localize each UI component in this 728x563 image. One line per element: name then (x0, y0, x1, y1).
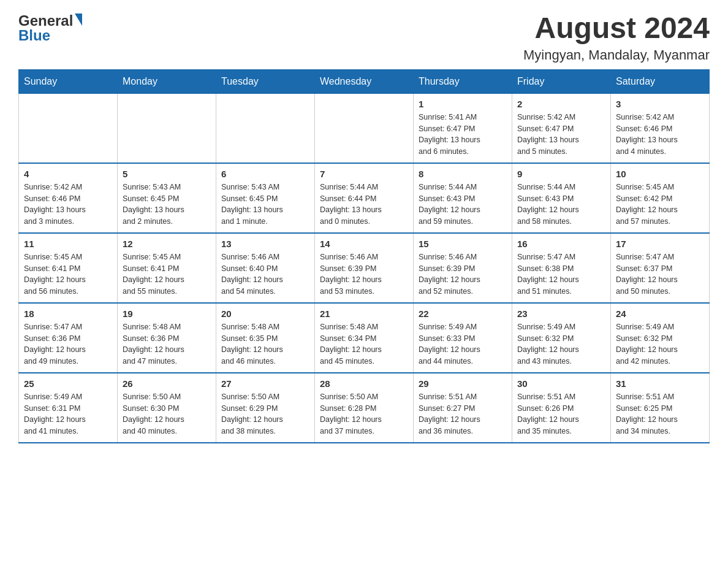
day-info: Sunrise: 5:48 AM Sunset: 6:34 PM Dayligh… (320, 321, 408, 367)
day-info: Sunrise: 5:43 AM Sunset: 6:45 PM Dayligh… (123, 182, 211, 228)
calendar-cell: 9Sunrise: 5:44 AM Sunset: 6:43 PM Daylig… (512, 163, 611, 233)
calendar-week-row: 4Sunrise: 5:42 AM Sunset: 6:46 PM Daylig… (19, 163, 710, 233)
calendar-cell: 25Sunrise: 5:49 AM Sunset: 6:31 PM Dayli… (19, 373, 118, 443)
day-info: Sunrise: 5:49 AM Sunset: 6:32 PM Dayligh… (616, 321, 704, 367)
calendar-cell: 24Sunrise: 5:49 AM Sunset: 6:32 PM Dayli… (611, 303, 710, 373)
day-info: Sunrise: 5:51 AM Sunset: 6:25 PM Dayligh… (616, 391, 704, 437)
calendar-cell: 13Sunrise: 5:46 AM Sunset: 6:40 PM Dayli… (216, 233, 315, 303)
calendar-cell: 22Sunrise: 5:49 AM Sunset: 6:33 PM Dayli… (414, 303, 512, 373)
day-number: 3 (616, 99, 704, 109)
header: General Blue August 2024 Myingyan, Manda… (18, 12, 710, 63)
calendar-cell: 2Sunrise: 5:42 AM Sunset: 6:47 PM Daylig… (512, 93, 611, 163)
day-number: 9 (517, 169, 605, 179)
day-info: Sunrise: 5:47 AM Sunset: 6:36 PM Dayligh… (24, 321, 112, 367)
day-number: 29 (419, 378, 507, 389)
calendar-cell: 4Sunrise: 5:42 AM Sunset: 6:46 PM Daylig… (19, 163, 118, 233)
day-info: Sunrise: 5:51 AM Sunset: 6:27 PM Dayligh… (419, 391, 507, 437)
calendar-cell: 28Sunrise: 5:50 AM Sunset: 6:28 PM Dayli… (315, 373, 414, 443)
day-number: 14 (320, 239, 408, 249)
day-number: 27 (221, 378, 309, 389)
day-number: 24 (616, 308, 704, 319)
calendar-cell (19, 93, 118, 163)
calendar-cell: 30Sunrise: 5:51 AM Sunset: 6:26 PM Dayli… (512, 373, 611, 443)
day-info: Sunrise: 5:45 AM Sunset: 6:42 PM Dayligh… (616, 182, 704, 228)
calendar-cell: 20Sunrise: 5:48 AM Sunset: 6:35 PM Dayli… (216, 303, 315, 373)
day-number: 6 (221, 169, 309, 179)
day-number: 4 (24, 169, 112, 179)
calendar-week-row: 11Sunrise: 5:45 AM Sunset: 6:41 PM Dayli… (19, 233, 710, 303)
calendar-cell: 29Sunrise: 5:51 AM Sunset: 6:27 PM Dayli… (414, 373, 512, 443)
day-number: 30 (517, 378, 605, 389)
day-info: Sunrise: 5:44 AM Sunset: 6:43 PM Dayligh… (517, 182, 605, 228)
day-info: Sunrise: 5:48 AM Sunset: 6:36 PM Dayligh… (123, 321, 211, 367)
calendar-week-row: 1Sunrise: 5:41 AM Sunset: 6:47 PM Daylig… (19, 93, 710, 163)
day-info: Sunrise: 5:43 AM Sunset: 6:45 PM Dayligh… (221, 182, 309, 228)
day-number: 16 (517, 239, 605, 249)
day-info: Sunrise: 5:48 AM Sunset: 6:35 PM Dayligh… (221, 321, 309, 367)
day-info: Sunrise: 5:50 AM Sunset: 6:30 PM Dayligh… (123, 391, 211, 437)
logo: General Blue (18, 12, 82, 44)
day-of-week-header: Thursday (414, 69, 512, 93)
calendar-cell: 8Sunrise: 5:44 AM Sunset: 6:43 PM Daylig… (414, 163, 512, 233)
day-info: Sunrise: 5:46 AM Sunset: 6:40 PM Dayligh… (221, 251, 309, 297)
day-number: 15 (419, 239, 507, 249)
day-info: Sunrise: 5:44 AM Sunset: 6:44 PM Dayligh… (320, 182, 408, 228)
day-number: 20 (221, 308, 309, 319)
day-number: 17 (616, 239, 704, 249)
title-area: August 2024 Myingyan, Mandalay, Myanmar (523, 12, 710, 63)
calendar-cell: 19Sunrise: 5:48 AM Sunset: 6:36 PM Dayli… (118, 303, 216, 373)
calendar-cell: 1Sunrise: 5:41 AM Sunset: 6:47 PM Daylig… (414, 93, 512, 163)
day-info: Sunrise: 5:50 AM Sunset: 6:29 PM Dayligh… (221, 391, 309, 437)
location-title: Myingyan, Mandalay, Myanmar (523, 47, 710, 63)
calendar-cell: 14Sunrise: 5:46 AM Sunset: 6:39 PM Dayli… (315, 233, 414, 303)
day-info: Sunrise: 5:51 AM Sunset: 6:26 PM Dayligh… (517, 391, 605, 437)
day-info: Sunrise: 5:46 AM Sunset: 6:39 PM Dayligh… (419, 251, 507, 297)
day-of-week-header: Monday (118, 69, 216, 93)
day-info: Sunrise: 5:50 AM Sunset: 6:28 PM Dayligh… (320, 391, 408, 437)
calendar-cell: 18Sunrise: 5:47 AM Sunset: 6:36 PM Dayli… (19, 303, 118, 373)
day-number: 19 (123, 308, 211, 319)
calendar-cell: 15Sunrise: 5:46 AM Sunset: 6:39 PM Dayli… (414, 233, 512, 303)
calendar-cell: 31Sunrise: 5:51 AM Sunset: 6:25 PM Dayli… (611, 373, 710, 443)
month-title: August 2024 (523, 12, 710, 45)
calendar-cell: 10Sunrise: 5:45 AM Sunset: 6:42 PM Dayli… (611, 163, 710, 233)
calendar-cell: 16Sunrise: 5:47 AM Sunset: 6:38 PM Dayli… (512, 233, 611, 303)
day-number: 23 (517, 308, 605, 319)
day-info: Sunrise: 5:45 AM Sunset: 6:41 PM Dayligh… (123, 251, 211, 297)
calendar-cell: 21Sunrise: 5:48 AM Sunset: 6:34 PM Dayli… (315, 303, 414, 373)
day-of-week-header: Saturday (611, 69, 710, 93)
day-number: 18 (24, 308, 112, 319)
day-info: Sunrise: 5:49 AM Sunset: 6:33 PM Dayligh… (419, 321, 507, 367)
day-number: 22 (419, 308, 507, 319)
day-number: 26 (123, 378, 211, 389)
day-number: 28 (320, 378, 408, 389)
day-info: Sunrise: 5:46 AM Sunset: 6:39 PM Dayligh… (320, 251, 408, 297)
calendar-cell: 3Sunrise: 5:42 AM Sunset: 6:46 PM Daylig… (611, 93, 710, 163)
calendar-cell (118, 93, 216, 163)
calendar-cell: 27Sunrise: 5:50 AM Sunset: 6:29 PM Dayli… (216, 373, 315, 443)
day-info: Sunrise: 5:42 AM Sunset: 6:46 PM Dayligh… (24, 182, 112, 228)
day-number: 31 (616, 378, 704, 389)
calendar-cell: 17Sunrise: 5:47 AM Sunset: 6:37 PM Dayli… (611, 233, 710, 303)
day-info: Sunrise: 5:45 AM Sunset: 6:41 PM Dayligh… (24, 251, 112, 297)
calendar-cell: 26Sunrise: 5:50 AM Sunset: 6:30 PM Dayli… (118, 373, 216, 443)
calendar-cell: 11Sunrise: 5:45 AM Sunset: 6:41 PM Dayli… (19, 233, 118, 303)
day-info: Sunrise: 5:41 AM Sunset: 6:47 PM Dayligh… (419, 112, 507, 158)
day-number: 10 (616, 169, 704, 179)
day-info: Sunrise: 5:49 AM Sunset: 6:31 PM Dayligh… (24, 391, 112, 437)
logo-arrow-icon (75, 13, 82, 26)
day-info: Sunrise: 5:42 AM Sunset: 6:46 PM Dayligh… (616, 112, 704, 158)
day-of-week-header: Friday (512, 69, 611, 93)
day-number: 12 (123, 239, 211, 249)
calendar-cell: 12Sunrise: 5:45 AM Sunset: 6:41 PM Dayli… (118, 233, 216, 303)
logo-blue-text: Blue (18, 27, 50, 44)
day-info: Sunrise: 5:42 AM Sunset: 6:47 PM Dayligh… (517, 112, 605, 158)
day-number: 11 (24, 239, 112, 249)
calendar-week-row: 18Sunrise: 5:47 AM Sunset: 6:36 PM Dayli… (19, 303, 710, 373)
days-header-row: SundayMondayTuesdayWednesdayThursdayFrid… (19, 69, 710, 93)
calendar-cell: 6Sunrise: 5:43 AM Sunset: 6:45 PM Daylig… (216, 163, 315, 233)
day-info: Sunrise: 5:49 AM Sunset: 6:32 PM Dayligh… (517, 321, 605, 367)
day-info: Sunrise: 5:47 AM Sunset: 6:38 PM Dayligh… (517, 251, 605, 297)
calendar-cell: 5Sunrise: 5:43 AM Sunset: 6:45 PM Daylig… (118, 163, 216, 233)
calendar-cell (315, 93, 414, 163)
